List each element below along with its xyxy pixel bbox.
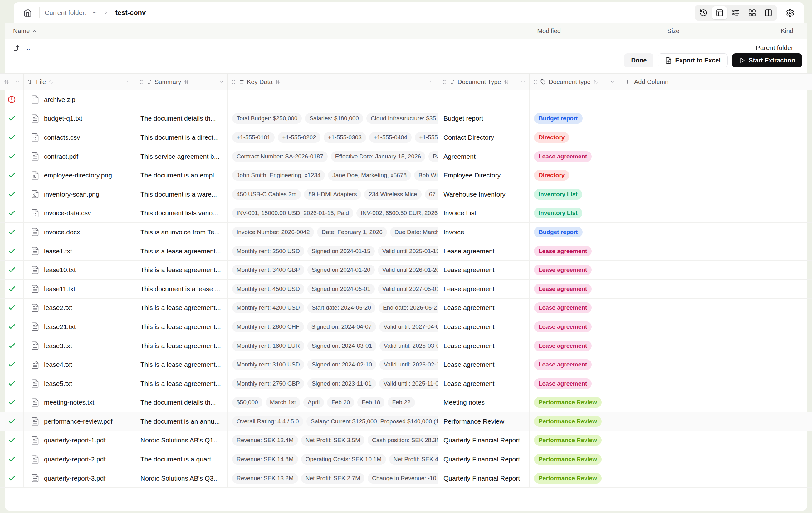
key-data-cell[interactable]: Monthly rent: 2800 CHFSigned on: 2024-04… xyxy=(228,318,438,336)
document-type-cell[interactable]: Performance Review xyxy=(438,412,529,431)
summary-cell[interactable]: This is a lease agreement... xyxy=(136,318,228,336)
file-cell[interactable]: lease4.txt xyxy=(24,355,136,374)
summary-cell[interactable]: This is a lease agreement... xyxy=(136,374,228,393)
key-data-cell[interactable]: Total Budget: $250,000Salaries: $180,000… xyxy=(228,109,438,128)
key-data-cell[interactable]: 450 USB-C Cables 2m89 HDMI Adapters234 W… xyxy=(228,185,438,204)
breadcrumb-root[interactable]: ~ xyxy=(91,9,98,17)
grid-header-key-data[interactable]: Key Data xyxy=(228,74,438,90)
document-type-cell[interactable]: Budget report xyxy=(438,109,529,128)
summary-cell[interactable]: This is a lease agreement... xyxy=(136,261,228,279)
summary-cell[interactable]: This is a lease agreement... xyxy=(136,336,228,355)
table-row[interactable]: lease1.txtThis is a lease agreement...Mo… xyxy=(0,242,812,261)
key-data-cell[interactable]: Revenue: SEK 13.2MNet Profit: SEK 2.7MCh… xyxy=(228,469,438,488)
summary-cell[interactable]: The document details th... xyxy=(136,109,228,128)
document-type-cell[interactable]: Quarterly Financial Report xyxy=(438,431,529,450)
summary-cell[interactable]: The document is a quart... xyxy=(136,450,228,469)
file-cell[interactable]: lease21.txt xyxy=(24,318,136,336)
document-type-cell[interactable]: Contact Directory xyxy=(438,128,529,147)
chevron-down-icon[interactable] xyxy=(14,79,20,84)
chevron-down-icon[interactable] xyxy=(429,79,434,84)
document-tag-cell[interactable]: Budget report xyxy=(529,109,619,128)
file-cell[interactable]: budget-q1.txt xyxy=(24,109,136,128)
table-view-button[interactable] xyxy=(712,6,727,19)
start-extraction-button[interactable]: Start Extraction xyxy=(732,53,802,68)
summary-cell[interactable]: This is a lease agreement... xyxy=(136,299,228,318)
document-tag-cell[interactable]: Lease agreement xyxy=(529,261,619,279)
table-row[interactable]: quarterly-report-1.pdfNordic Solutions A… xyxy=(0,431,812,450)
document-type-cell[interactable]: Invoice List xyxy=(438,204,529,223)
key-data-cell[interactable]: $50,000March 1stAprilFeb 20Feb 18Feb 22 xyxy=(228,393,438,412)
key-data-cell[interactable]: Contract Number: SA-2026-0187Effective D… xyxy=(228,147,438,166)
grid-header-file[interactable]: File xyxy=(24,74,136,90)
document-tag-cell[interactable]: Directory xyxy=(529,128,619,147)
document-tag-cell[interactable]: Inventory List xyxy=(529,185,619,204)
key-data-cell[interactable]: Invoice Number: 2026-0042Date: February … xyxy=(228,223,438,242)
file-cell[interactable]: archive.zip xyxy=(24,90,136,109)
key-data-cell[interactable]: Revenue: SEK 12.4MNet Profit: SEK 3.5MCa… xyxy=(228,431,438,450)
document-type-cell[interactable]: Lease agreement xyxy=(438,336,529,355)
column-header-modified[interactable]: Modified xyxy=(280,27,561,35)
key-data-cell[interactable]: - xyxy=(228,90,438,109)
table-row[interactable]: quarterly-report-3.pdfNordic Solutions A… xyxy=(0,469,812,488)
document-tag-cell[interactable]: Lease agreement xyxy=(529,299,619,318)
summary-cell[interactable]: This document is a ware... xyxy=(136,185,228,204)
file-cell[interactable]: quarterly-report-2.pdf xyxy=(24,450,136,469)
column-header-size[interactable]: Size xyxy=(561,27,679,35)
file-cell[interactable]: meeting-notes.txt xyxy=(24,393,136,412)
document-tag-cell[interactable]: Performance Review xyxy=(529,431,619,450)
file-cell[interactable]: invoice-data.csv xyxy=(24,204,136,223)
drag-handle-icon[interactable] xyxy=(533,80,538,84)
document-tag-cell[interactable]: Lease agreement xyxy=(529,355,619,374)
key-data-cell[interactable]: Monthly rent: 1800 EURSigned on: 2024-03… xyxy=(228,336,438,355)
document-tag-cell[interactable]: Performance Review xyxy=(529,450,619,469)
drag-handle-icon[interactable] xyxy=(232,80,236,84)
file-cell[interactable]: lease11.txt xyxy=(24,280,136,298)
file-cell[interactable]: inventory-scan.png xyxy=(24,185,136,204)
home-button[interactable] xyxy=(21,6,34,19)
document-tag-cell[interactable]: Budget report xyxy=(529,223,619,242)
key-data-cell[interactable]: Monthly rent: 2500 USDSigned on 2024-01-… xyxy=(228,242,438,261)
summary-cell[interactable]: The document is an empl... xyxy=(136,166,228,185)
document-type-cell[interactable]: Quarterly Financial Report xyxy=(438,469,529,488)
file-cell[interactable]: contract.pdf xyxy=(24,147,136,166)
key-data-cell[interactable]: +1-555-0101+1-555-0202+1-555-0303+1-555-… xyxy=(228,128,438,147)
document-tag-cell[interactable]: Performance Review xyxy=(529,469,619,488)
grid-header-document-tag[interactable]: Document type xyxy=(529,74,619,90)
key-data-cell[interactable]: Monthly rent: 2750 GBPSigned on: 2023-11… xyxy=(228,374,438,393)
table-row[interactable]: invoice-data.csvThis document lists vari… xyxy=(0,204,812,223)
grid-header-status-column[interactable] xyxy=(0,74,24,90)
summary-cell[interactable]: This document is a direct... xyxy=(136,128,228,147)
chevron-down-icon[interactable] xyxy=(219,79,224,84)
document-tag-cell[interactable]: Directory xyxy=(529,166,619,185)
key-data-cell[interactable]: INV-001, 15000.00 USD, 2026-01-15, PaidI… xyxy=(228,204,438,223)
column-header-name[interactable]: Name xyxy=(5,27,280,35)
document-type-cell[interactable]: Quarterly Financial Report xyxy=(438,450,529,469)
document-tag-cell[interactable]: Inventory List xyxy=(529,204,619,223)
key-data-cell[interactable]: Overall Rating: 4.4 / 5.0Salary: Current… xyxy=(228,412,438,431)
table-row[interactable]: lease10.txtThis is a lease agreement...M… xyxy=(0,261,812,280)
document-tag-cell[interactable]: Lease agreement xyxy=(529,242,619,261)
document-tag-cell[interactable]: Performance Review xyxy=(529,393,619,412)
grid-view-button[interactable] xyxy=(745,6,760,19)
key-data-cell[interactable]: Monthly rent: 3400 GBPSigned on 2024-01-… xyxy=(228,261,438,279)
document-type-cell[interactable]: Lease agreement xyxy=(438,299,529,318)
table-row[interactable]: inventory-scan.pngThis document is a war… xyxy=(0,185,812,204)
file-cell[interactable]: lease2.txt xyxy=(24,299,136,318)
table-row[interactable]: lease21.txtThis is a lease agreement...M… xyxy=(0,318,812,336)
summary-cell[interactable]: This service agreement b... xyxy=(136,147,228,166)
key-data-cell[interactable]: Monthly rent: 4200 USDStart date: 2024-0… xyxy=(228,299,438,318)
document-type-cell[interactable]: Lease agreement xyxy=(438,318,529,336)
key-data-cell[interactable]: Monthly rent: 4500 USDSigned on 2024-05-… xyxy=(228,280,438,298)
summary-cell[interactable]: Nordic Solutions AB's Q3... xyxy=(136,469,228,488)
table-row[interactable]: meeting-notes.txtThe document details th… xyxy=(0,393,812,412)
summary-cell[interactable]: Nordic Solutions AB's Q1... xyxy=(136,431,228,450)
document-type-cell[interactable]: Employee Directory xyxy=(438,166,529,185)
columns-view-button[interactable] xyxy=(761,6,776,19)
summary-cell[interactable]: The document details th... xyxy=(136,393,228,412)
summary-cell[interactable]: This is a lease agreement... xyxy=(136,242,228,261)
document-tag-cell[interactable]: Lease agreement xyxy=(529,336,619,355)
export-to-excel-button[interactable]: Export to Excel xyxy=(658,53,728,68)
grid-header-summary[interactable]: Summary xyxy=(136,74,228,90)
column-header-kind[interactable]: Kind xyxy=(679,27,807,35)
file-cell[interactable]: quarterly-report-3.pdf xyxy=(24,469,136,488)
